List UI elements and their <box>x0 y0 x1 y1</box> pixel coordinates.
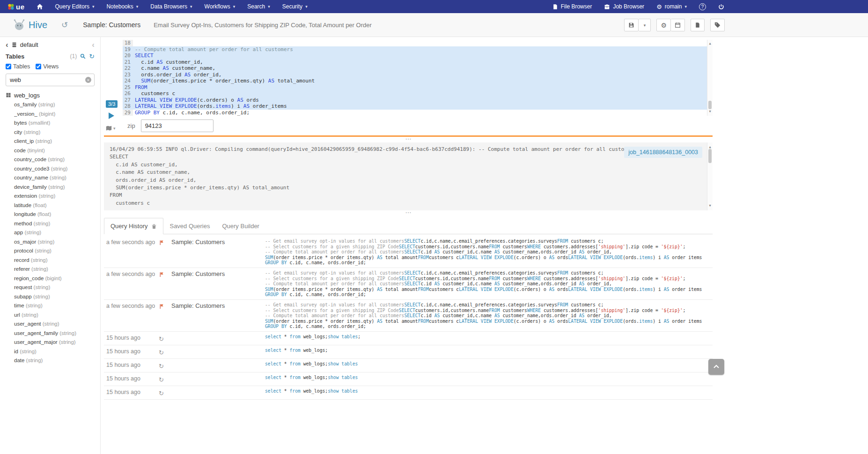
home-button[interactable] <box>30 0 49 13</box>
column-item[interactable]: bytes (smallint) <box>14 119 95 128</box>
scrollbar-thumb[interactable] <box>708 149 712 163</box>
logout-button[interactable] <box>712 0 730 13</box>
column-item[interactable]: method (string) <box>14 219 95 229</box>
tab-saved-queries[interactable]: Saved Queries <box>163 218 216 234</box>
job-link[interactable]: job_1461888648136_0003 <box>624 147 702 158</box>
user-menu[interactable]: ⚙ romain ▾ <box>650 0 693 13</box>
history-row[interactable]: a few seconds agoSample: Customers-- Get… <box>104 236 713 268</box>
tags-button[interactable] <box>710 19 725 31</box>
file-browser-button[interactable]: File Browser <box>546 0 598 13</box>
column-item[interactable]: country_code3 (string) <box>14 164 95 174</box>
history-row[interactable]: 15 hours ago↻select * from web_logs;show… <box>104 332 713 345</box>
code-editor[interactable]: 1819-- Compute total amount per order fo… <box>123 40 713 116</box>
help-button[interactable]: ? <box>693 0 712 13</box>
history-row[interactable]: 15 hours ago↻select * from web_logs;show… <box>104 386 713 400</box>
search-toggle-button[interactable] <box>80 53 86 59</box>
column-item[interactable]: time (string) <box>14 301 95 311</box>
column-item[interactable]: device_family (string) <box>14 183 95 192</box>
scrollbar-thumb[interactable] <box>708 101 712 109</box>
history-query-sql[interactable]: -- Get email survey opt-in values for al… <box>265 270 713 298</box>
variable-input[interactable] <box>141 119 213 132</box>
column-item[interactable]: request (string) <box>14 283 95 292</box>
column-item[interactable]: user_agent_family (string) <box>14 329 95 338</box>
hue-logo[interactable]: ue <box>0 0 30 13</box>
column-item[interactable]: latitude (float) <box>14 201 95 210</box>
schedule-button[interactable] <box>671 19 685 31</box>
views-checkbox[interactable]: Views <box>36 63 59 70</box>
editor-menu-button[interactable]: ▾ <box>105 125 116 131</box>
nav-search[interactable]: Search ▾ <box>241 0 276 13</box>
editor-line[interactable]: 22 c.name AS customer_name, <box>123 65 713 72</box>
tab-query-history[interactable]: Query History <box>104 218 163 234</box>
history-row[interactable]: a few seconds agoSample: Customers-- Get… <box>104 268 713 300</box>
column-item[interactable]: country_name (string) <box>14 173 95 183</box>
nav-data-browsers[interactable]: Data Browsers ▾ <box>144 0 198 13</box>
history-row[interactable]: a few seconds agoSample: Customers-- Get… <box>104 300 713 332</box>
editor-line[interactable]: 25FROM <box>123 84 713 91</box>
column-item[interactable]: subapp (string) <box>14 292 95 302</box>
query-history-icon[interactable]: ↺ <box>61 20 68 30</box>
column-item[interactable]: protocol (string) <box>14 246 95 256</box>
new-document-button[interactable] <box>691 19 705 31</box>
nav-security[interactable]: Security ▾ <box>276 0 314 13</box>
table-search-input[interactable] <box>6 74 95 86</box>
column-item[interactable]: region_code (bigint) <box>14 274 95 283</box>
column-item[interactable]: code (tinyint) <box>14 146 95 156</box>
editor-line[interactable]: 23 ords.order_id AS order_id, <box>123 72 713 78</box>
column-item[interactable]: client_ip (string) <box>14 137 95 146</box>
column-item[interactable]: app (string) <box>14 228 95 238</box>
scroll-down-icon[interactable]: ▼ <box>707 202 713 209</box>
settings-button[interactable]: ⚙ <box>656 19 671 31</box>
database-selector[interactable]: ‹ default ‹ <box>6 40 95 49</box>
history-row[interactable]: 15 hours ago↻select * from web_logs; <box>104 345 713 359</box>
app-name[interactable]: Hive <box>29 20 47 30</box>
refresh-button[interactable]: ↻ <box>89 53 95 60</box>
save-dropdown-button[interactable]: ▾ <box>639 19 651 31</box>
views-checkbox-input[interactable] <box>36 64 41 69</box>
column-item[interactable]: user_agent_major (string) <box>14 338 95 347</box>
resize-grip[interactable]: ⋯ <box>104 137 713 142</box>
column-item[interactable]: os_family (string) <box>14 100 95 110</box>
editor-line[interactable]: 26 customers c <box>123 90 713 97</box>
history-query-sql[interactable]: -- Get email survey opt-in values for al… <box>265 302 713 329</box>
save-button[interactable] <box>624 19 639 31</box>
nav-notebooks[interactable]: Notebooks ▾ <box>100 0 144 13</box>
editor-line[interactable]: 24 SUM(order_items.price * order_items.q… <box>123 78 713 84</box>
editor-line[interactable]: 27LATERAL VIEW EXPLODE(c.orders) o AS or… <box>123 97 713 104</box>
resize-grip[interactable]: ⋯ <box>104 210 713 216</box>
column-item[interactable]: extension (string) <box>14 192 95 201</box>
table-item[interactable]: web_logs <box>6 91 95 99</box>
job-browser-button[interactable]: Job Browser <box>598 0 650 13</box>
history-query-sql[interactable]: select * from web_logs;show tables <box>265 388 713 394</box>
nav-workflows[interactable]: Workflows ▾ <box>199 0 242 13</box>
column-item[interactable]: country_code (string) <box>14 155 95 164</box>
trash-icon[interactable] <box>151 223 157 229</box>
column-item[interactable]: date (string) <box>14 356 95 365</box>
editor-line[interactable]: 18 <box>123 40 713 46</box>
tab-query-builder[interactable]: Query Builder <box>216 218 265 234</box>
editor-line[interactable]: 19-- Compute total amount per order for … <box>123 46 713 53</box>
log-scrollbar[interactable]: ▲ ▼ <box>707 142 713 210</box>
history-query-sql[interactable]: select * from web_logs; <box>265 348 713 353</box>
collapse-chevron-icon[interactable]: ‹ <box>92 41 95 49</box>
column-item[interactable]: referer (string) <box>14 265 95 274</box>
history-row[interactable]: 15 hours ago↻select * from web_logs;show… <box>104 359 713 372</box>
scroll-down-icon[interactable]: ▼ <box>707 109 713 115</box>
history-query-sql[interactable]: select * from web_logs;show tables <box>265 361 713 367</box>
column-item[interactable]: record (string) <box>14 256 95 265</box>
editor-line[interactable]: 21 c.id AS customer_id, <box>123 59 713 66</box>
execute-button[interactable] <box>109 112 114 119</box>
scroll-up-icon[interactable]: ▲ <box>707 41 713 47</box>
scroll-to-top-button[interactable] <box>708 359 724 375</box>
tables-checkbox[interactable]: Tables <box>6 63 30 70</box>
column-item[interactable]: longitude (float) <box>14 210 95 219</box>
column-item[interactable]: os_major (string) <box>14 238 95 247</box>
column-item[interactable]: _version_ (bigint) <box>14 110 95 119</box>
editor-line[interactable]: 20SELECT <box>123 52 713 59</box>
column-item[interactable]: city (string) <box>14 128 95 137</box>
history-query-sql[interactable]: select * from web_logs;show tables <box>265 375 713 380</box>
column-item[interactable]: user_agent (string) <box>14 320 95 329</box>
clear-search-icon[interactable]: × <box>85 77 91 83</box>
history-row[interactable]: 15 hours ago↻select * from web_logs;show… <box>104 372 713 386</box>
editor-line[interactable]: 28LATERAL VIEW EXPLODE(ords.items) i AS … <box>123 103 713 110</box>
